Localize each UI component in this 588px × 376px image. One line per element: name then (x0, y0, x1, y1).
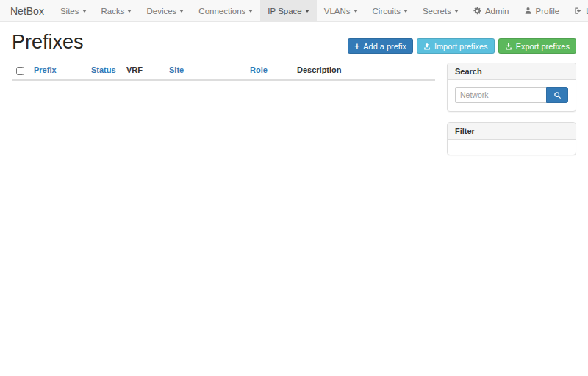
chevron-down-icon (179, 10, 184, 13)
page-head: + Add a prefix Import prefixes Export pr… (12, 31, 576, 54)
export-prefixes-button[interactable]: Export prefixes (498, 38, 576, 54)
search-panel: Search (447, 63, 576, 112)
gear-icon (473, 7, 481, 15)
nav-item-sites[interactable]: Sites (53, 0, 94, 21)
prefix-table-container: PrefixStatusVRFSiteRoleDescription (12, 61, 435, 81)
column-header-description: Description (293, 61, 435, 80)
search-button[interactable] (546, 87, 568, 103)
add-prefix-button[interactable]: + Add a prefix (348, 38, 413, 54)
column-header-vrf: VRF (122, 61, 165, 80)
nav-item-profile[interactable]: Profile (517, 0, 567, 21)
select-all-checkbox[interactable] (16, 67, 24, 75)
filter-panel-title: Filter (448, 123, 576, 140)
nav-item-circuits[interactable]: Circuits (365, 0, 415, 21)
nav-right: Admin Profile Log out (466, 0, 588, 21)
column-header-prefix[interactable]: Prefix (29, 61, 87, 80)
search-panel-title: Search (448, 63, 576, 80)
nav-item-label: Admin (485, 7, 509, 15)
filter-form (448, 140, 576, 155)
chevron-down-icon (127, 10, 132, 13)
chevron-down-icon (82, 10, 87, 13)
nav-item-label: Secrets (423, 7, 451, 15)
toolbar: + Add a prefix Import prefixes Export pr… (348, 38, 576, 54)
column-header-status[interactable]: Status (87, 61, 122, 80)
search-icon (553, 91, 562, 99)
chevron-down-icon (305, 10, 309, 13)
nav-item-label: Sites (60, 7, 79, 15)
filter-panel: Filter (447, 122, 576, 155)
logout-icon (574, 7, 582, 15)
nav-item-ip-space[interactable]: IP Space (260, 0, 316, 21)
chevron-down-icon (354, 10, 358, 13)
download-icon (505, 43, 512, 50)
prefix-table: PrefixStatusVRFSiteRoleDescription (12, 61, 435, 81)
nav-item-label: Circuits (373, 7, 401, 15)
nav-item-devices[interactable]: Devices (139, 0, 191, 21)
nav-item-label: Devices (146, 7, 176, 15)
chevron-down-icon (248, 10, 253, 13)
nav-item-logout[interactable]: Log out (567, 0, 588, 21)
nav-item-vlans[interactable]: VLANs (317, 0, 365, 21)
nav-item-connections[interactable]: Connections (191, 0, 260, 21)
nav-item-label: VLANs (324, 7, 351, 15)
plus-icon: + (354, 42, 359, 51)
upload-icon (423, 43, 431, 50)
nav-item-label: Connections (198, 7, 245, 15)
nav-menu: SitesRacksDevicesConnectionsIP SpaceVLAN… (53, 0, 466, 21)
nav-item-label: IP Space (268, 7, 301, 15)
navbar: NetBox SitesRacksDevicesConnectionsIP Sp… (0, 0, 588, 22)
brand-logo[interactable]: NetBox (10, 0, 44, 21)
sidebar: Search Filter (447, 61, 576, 166)
chevron-down-icon (404, 10, 408, 13)
nav-item-racks[interactable]: Racks (94, 0, 140, 21)
search-input[interactable] (455, 87, 546, 103)
nav-item-secrets[interactable]: Secrets (415, 0, 466, 21)
table-header-row: PrefixStatusVRFSiteRoleDescription (12, 61, 435, 80)
user-icon (524, 7, 532, 15)
nav-item-admin[interactable]: Admin (466, 0, 517, 21)
column-header-site[interactable]: Site (165, 61, 245, 80)
chevron-down-icon (454, 10, 459, 13)
column-header-role[interactable]: Role (245, 61, 293, 80)
import-prefixes-button[interactable]: Import prefixes (417, 38, 495, 54)
nav-item-label: Racks (101, 7, 125, 15)
nav-item-label: Profile (536, 7, 560, 15)
